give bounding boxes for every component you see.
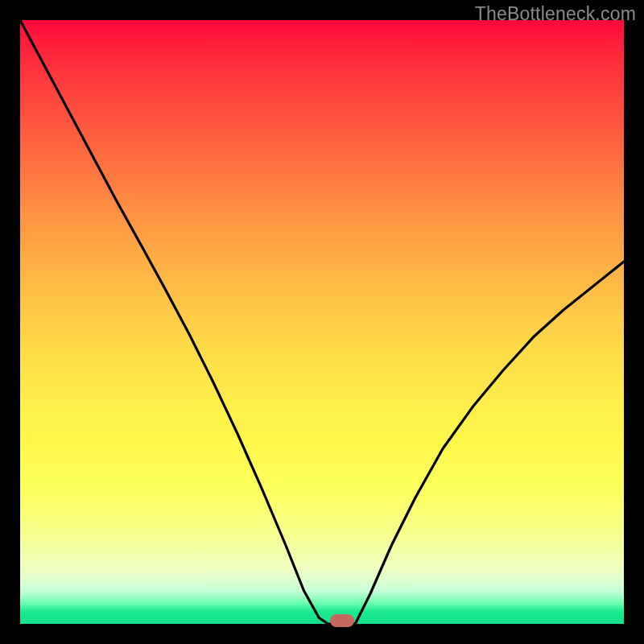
watermark-label: TheBottleneck.com [475,3,636,25]
chart-frame: TheBottleneck.com [0,0,644,644]
optimal-marker [330,614,354,627]
plot-area [20,20,624,624]
curve-path [20,20,624,624]
bottleneck-curve [20,20,624,624]
